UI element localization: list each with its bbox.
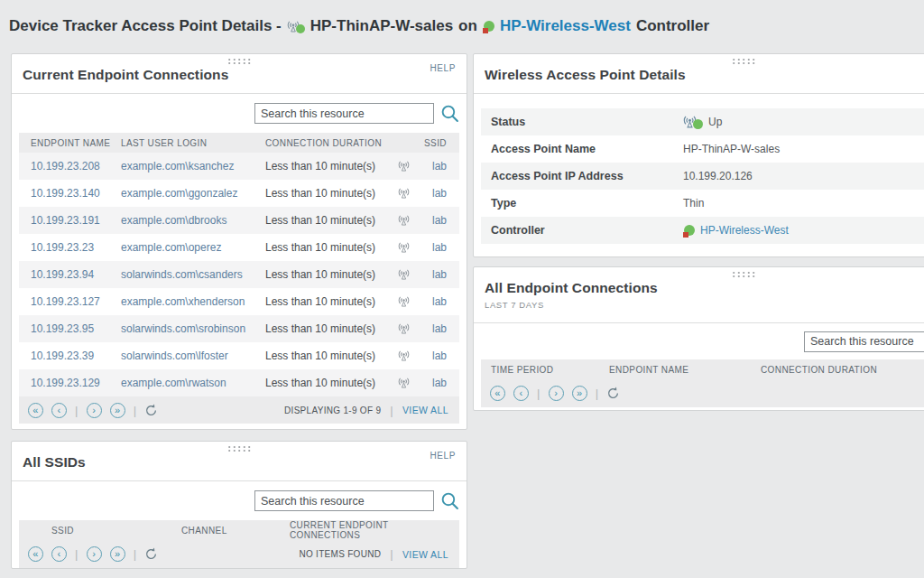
prev-page-button[interactable]: ‹ bbox=[513, 386, 529, 401]
page: Device Tracker Access Point Details - HP… bbox=[0, 0, 924, 578]
ssid-link[interactable]: lab bbox=[423, 214, 459, 227]
endpoint-name-link[interactable]: 10.199.23.23 bbox=[31, 241, 121, 254]
search-icon[interactable] bbox=[440, 104, 459, 123]
detail-value: Thin bbox=[683, 197, 924, 210]
first-page-button[interactable]: « bbox=[28, 403, 43, 418]
ssid-link[interactable]: lab bbox=[423, 350, 459, 362]
ssid-antenna-icon bbox=[398, 188, 423, 199]
next-page-button[interactable]: › bbox=[87, 546, 102, 562]
view-all-link[interactable]: VIEW ALL bbox=[402, 405, 448, 415]
last-user-login-link[interactable]: example.com\xhenderson bbox=[121, 295, 265, 308]
ssid-link[interactable]: lab bbox=[423, 295, 459, 308]
endpoint-name-link[interactable]: 10.199.23.95 bbox=[31, 322, 121, 335]
endpoint-row: 10.199.23.208example.com\ksanchezLess th… bbox=[19, 153, 459, 180]
endpoint-row: 10.199.23.39solarwinds.com\lfosterLess t… bbox=[19, 342, 459, 369]
endpoint-name-link[interactable]: 10.199.23.129 bbox=[31, 377, 121, 389]
controller-link[interactable]: HP-Wireless-West bbox=[500, 17, 631, 35]
last-page-button[interactable]: » bbox=[110, 546, 125, 562]
pager-divider: | bbox=[596, 387, 599, 400]
controller-link[interactable]: HP-Wireless-West bbox=[700, 224, 789, 237]
page-title-suffix: Controller bbox=[636, 17, 709, 35]
column-current-endpoint-connections: CURRENT ENDPOINT CONNECTIONS bbox=[290, 520, 459, 540]
last-user-login-link[interactable]: example.com\rwatson bbox=[121, 377, 265, 389]
access-point-up-icon bbox=[683, 115, 703, 129]
column-time-period: TIME PERIOD bbox=[491, 365, 609, 375]
help-link[interactable]: HELP bbox=[430, 451, 456, 461]
detail-row: ControllerHP-Wireless-West bbox=[481, 217, 924, 244]
first-page-button[interactable]: « bbox=[28, 546, 43, 562]
ssid-antenna-icon bbox=[398, 242, 423, 253]
refresh-button[interactable] bbox=[606, 387, 620, 400]
endpoint-name-link[interactable]: 10.199.23.140 bbox=[31, 187, 121, 200]
pager-divider: | bbox=[75, 547, 79, 561]
ssid-link[interactable]: lab bbox=[423, 377, 459, 389]
last-user-login-link[interactable]: example.com\ksanchez bbox=[121, 160, 265, 172]
last-user-login-link[interactable]: solarwinds.com\srobinson bbox=[121, 322, 265, 335]
pager-divider: | bbox=[134, 404, 137, 417]
ssid-antenna-icon bbox=[398, 296, 423, 307]
last-user-login-link[interactable]: example.com\operez bbox=[121, 241, 265, 254]
next-page-button[interactable]: › bbox=[87, 403, 102, 418]
detail-value: Up bbox=[683, 115, 924, 129]
pagination-bar: «‹|›»| DISPLAYING 1-9 OF 9 | VIEW ALL bbox=[19, 396, 459, 424]
endpoint-name-link[interactable]: 10.199.23.208 bbox=[31, 160, 121, 172]
detail-row: TypeThin bbox=[481, 190, 924, 217]
ssid-antenna-icon bbox=[398, 269, 423, 280]
refresh-button[interactable] bbox=[144, 547, 158, 561]
last-page-button[interactable]: » bbox=[572, 386, 587, 401]
last-page-button[interactable]: » bbox=[110, 403, 125, 418]
panel-subtitle: LAST 7 DAYS bbox=[474, 296, 924, 310]
prev-page-button[interactable]: ‹ bbox=[51, 546, 67, 562]
access-point-up-icon bbox=[287, 20, 305, 33]
endpoint-name-link[interactable]: 10.199.23.39 bbox=[31, 350, 121, 362]
panel-title: All SSIDs bbox=[12, 442, 467, 471]
column-endpoint-name: ENDPOINT NAME bbox=[31, 138, 121, 148]
detail-label: Access Point Name bbox=[491, 143, 683, 155]
search-input[interactable] bbox=[804, 331, 924, 352]
refresh-button[interactable] bbox=[144, 404, 158, 417]
column-connection-duration: CONNECTION DURATION bbox=[265, 138, 398, 148]
view-all-link[interactable]: VIEW ALL bbox=[402, 549, 448, 560]
connection-duration: Less than 10 minute(s) bbox=[265, 377, 398, 389]
column-last-user-login: LAST USER LOGIN bbox=[121, 138, 265, 148]
endpoint-row: 10.199.23.95solarwinds.com\srobinsonLess… bbox=[19, 315, 459, 342]
first-page-button[interactable]: « bbox=[490, 386, 505, 401]
search-icon[interactable] bbox=[440, 491, 459, 510]
table-header: ENDPOINT NAME LAST USER LOGIN CONNECTION… bbox=[19, 133, 459, 153]
ssid-link[interactable]: lab bbox=[423, 241, 459, 254]
detail-value-text: Thin bbox=[683, 197, 704, 210]
detail-value-text: Up bbox=[708, 116, 722, 128]
ssid-link[interactable]: lab bbox=[423, 160, 459, 172]
detail-label: Access Point IP Address bbox=[491, 170, 683, 182]
last-user-login-link[interactable]: solarwinds.com\csanders bbox=[121, 268, 265, 281]
detail-value: HP-Wireless-West bbox=[683, 224, 924, 237]
last-user-login-link[interactable]: example.com\ggonzalez bbox=[121, 187, 265, 200]
displaying-count: DISPLAYING 1-9 OF 9 bbox=[284, 406, 381, 415]
endpoint-name-link[interactable]: 10.199.23.94 bbox=[31, 268, 121, 281]
panel-all-ssids: All SSIDs HELP SSID CHANNEL CURRENT ENDP… bbox=[11, 441, 467, 569]
detail-label: Status bbox=[491, 116, 683, 128]
detail-row: Access Point NameHP-ThinAP-W-sales bbox=[481, 135, 924, 163]
ssid-link[interactable]: lab bbox=[423, 322, 459, 335]
last-user-login-link[interactable]: example.com\dbrooks bbox=[121, 214, 265, 227]
last-user-login-link[interactable]: solarwinds.com\lfoster bbox=[121, 350, 265, 362]
pager-divider: | bbox=[390, 547, 393, 561]
connection-duration: Less than 10 minute(s) bbox=[265, 214, 398, 227]
table-header: TIME PERIOD ENDPOINT NAME CONNECTION DUR… bbox=[481, 359, 924, 379]
endpoint-name-link[interactable]: 10.199.23.127 bbox=[31, 295, 121, 308]
column-ssid: SSID bbox=[51, 526, 181, 536]
detail-value-text: HP-ThinAP-W-sales bbox=[683, 143, 780, 155]
endpoint-name-link[interactable]: 10.199.23.191 bbox=[31, 214, 121, 227]
connection-duration: Less than 10 minute(s) bbox=[265, 322, 398, 335]
endpoint-row: 10.199.23.23example.com\operezLess than … bbox=[19, 234, 459, 261]
ssid-link[interactable]: lab bbox=[423, 268, 459, 281]
next-page-button[interactable]: › bbox=[549, 386, 564, 401]
help-link[interactable]: HELP bbox=[430, 63, 456, 73]
prev-page-button[interactable]: ‹ bbox=[51, 403, 67, 418]
ssid-link[interactable]: lab bbox=[423, 187, 459, 200]
column-endpoint-name: ENDPOINT NAME bbox=[609, 365, 761, 375]
search-input[interactable] bbox=[254, 490, 434, 511]
search-input[interactable] bbox=[254, 103, 434, 124]
no-items-found-label: NO ITEMS FOUND bbox=[299, 549, 381, 559]
pager-controls: «‹|›»| bbox=[28, 546, 158, 562]
